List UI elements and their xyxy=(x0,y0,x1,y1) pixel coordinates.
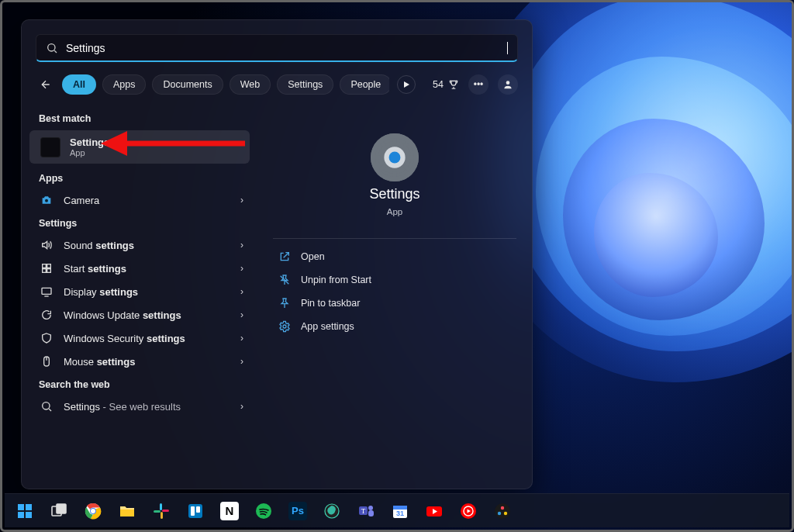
obs-icon xyxy=(323,502,341,520)
svg-point-5 xyxy=(45,199,48,202)
taskbar-teams[interactable]: T xyxy=(350,496,381,527)
youtube-icon xyxy=(425,502,444,520)
mouse-icon xyxy=(39,355,54,368)
ellipsis-icon: ••• xyxy=(474,79,484,90)
taskbar-calendar[interactable]: 31 xyxy=(385,496,416,527)
svg-rect-56 xyxy=(368,510,374,516)
open-icon xyxy=(278,250,292,263)
result-mouse-settings[interactable]: Mouse settings › xyxy=(22,350,257,373)
taskbar-trello[interactable] xyxy=(180,496,211,527)
svg-text:T: T xyxy=(361,507,366,515)
svg-point-68 xyxy=(504,511,507,514)
result-best-match[interactable]: Settings App xyxy=(29,130,250,164)
svg-rect-43 xyxy=(160,503,162,510)
svg-rect-21 xyxy=(409,156,416,160)
svg-rect-24 xyxy=(403,140,411,148)
gear-icon xyxy=(278,320,292,333)
result-label: Sound settings xyxy=(64,240,231,251)
svg-rect-47 xyxy=(188,504,202,518)
back-button[interactable] xyxy=(36,74,56,95)
calendar-icon: 31 xyxy=(391,502,409,520)
result-title: Settings xyxy=(70,136,240,148)
filter-chip-apps[interactable]: Apps xyxy=(102,74,147,95)
trello-icon xyxy=(186,502,205,520)
taskbar-youtube-music[interactable] xyxy=(453,496,484,527)
section-search-web: Search the web xyxy=(22,373,257,395)
filter-chip-all[interactable]: All xyxy=(62,74,96,95)
result-label: Windows Update settings xyxy=(64,309,231,321)
camera-icon xyxy=(39,194,54,206)
svg-point-65 xyxy=(495,503,510,519)
svg-line-1 xyxy=(54,50,57,53)
svg-rect-46 xyxy=(162,510,169,512)
svg-text:31: 31 xyxy=(396,510,404,517)
section-best-match: Best match xyxy=(22,107,257,129)
taskbar-taskview-button[interactable] xyxy=(43,496,74,527)
result-sound-settings[interactable]: Sound settings › xyxy=(22,233,257,257)
pin-icon xyxy=(278,297,292,309)
start-icon xyxy=(39,262,54,275)
more-options-button[interactable]: ••• xyxy=(468,74,488,95)
taskbar-chrome[interactable] xyxy=(78,496,109,527)
result-display-settings[interactable]: Display settings › xyxy=(22,280,257,303)
chevron-right-icon: › xyxy=(240,195,248,206)
section-settings: Settings xyxy=(22,212,257,233)
taskbar-youtube[interactable] xyxy=(419,496,450,527)
notion-icon: N xyxy=(220,502,239,520)
action-open[interactable]: Open xyxy=(273,245,516,268)
filter-chip-people[interactable]: People xyxy=(340,74,389,95)
svg-point-42 xyxy=(91,509,95,513)
svg-rect-48 xyxy=(191,506,195,516)
filter-chip-documents[interactable]: Documents xyxy=(152,74,223,95)
action-pin-taskbar[interactable]: Pin to taskbar xyxy=(273,292,516,315)
teams-icon: T xyxy=(357,502,375,520)
search-input[interactable] xyxy=(66,42,499,54)
account-button[interactable] xyxy=(498,74,518,95)
start-search-panel: All Apps Documents Web Settings People F… xyxy=(21,19,533,489)
taskbar-photoshop[interactable]: Ps xyxy=(282,496,313,527)
taskbar-file-explorer[interactable] xyxy=(112,496,143,527)
taskbar-start-button[interactable] xyxy=(9,496,40,527)
taskbar-notion[interactable]: N xyxy=(214,496,245,527)
detail-title: Settings xyxy=(369,186,419,202)
arrow-left-icon xyxy=(40,78,52,91)
search-box[interactable] xyxy=(36,34,518,62)
svg-rect-25 xyxy=(379,164,387,172)
chevron-right-icon: › xyxy=(240,286,248,297)
results-column: Best match Settings App Apps Camera › Se… xyxy=(22,104,257,485)
svg-rect-49 xyxy=(196,506,200,513)
svg-rect-10 xyxy=(47,269,51,273)
result-subtitle: App xyxy=(70,148,240,157)
chrome-icon xyxy=(84,502,102,520)
chevron-right-icon: › xyxy=(240,401,248,412)
filter-chip-settings[interactable]: Settings xyxy=(277,74,333,95)
unpin-icon xyxy=(278,274,292,286)
action-app-settings[interactable]: App settings xyxy=(273,315,516,338)
taskbar-slack[interactable] xyxy=(146,496,177,527)
filter-chip-web[interactable]: Web xyxy=(230,74,271,95)
chevron-right-icon: › xyxy=(240,263,248,274)
taskbar: N Ps T 31 xyxy=(5,493,789,527)
result-start-settings[interactable]: Start settings › xyxy=(22,257,257,280)
settings-app-thumb xyxy=(40,137,60,157)
settings-gear-icon xyxy=(371,133,419,181)
taskbar-resolve[interactable] xyxy=(487,496,518,527)
taskbar-spotify[interactable] xyxy=(248,496,279,527)
action-unpin-start[interactable]: Unpin from Start xyxy=(273,268,516,292)
taskview-icon xyxy=(50,502,68,520)
svg-point-4 xyxy=(506,81,510,85)
taskbar-obs[interactable] xyxy=(316,496,347,527)
rewards-counter[interactable]: 54 xyxy=(433,79,459,90)
svg-rect-35 xyxy=(26,504,32,510)
folder-icon xyxy=(118,502,136,520)
result-windows-security-settings[interactable]: Windows Security settings › xyxy=(22,326,257,350)
result-app-camera[interactable]: Camera › xyxy=(22,188,257,212)
result-windows-update-settings[interactable]: Windows Update settings › xyxy=(22,303,257,326)
svg-point-67 xyxy=(498,511,501,514)
rewards-points: 54 xyxy=(433,79,444,90)
result-label: Windows Security settings xyxy=(64,333,231,344)
svg-point-17 xyxy=(378,141,411,174)
filter-scroll-right[interactable] xyxy=(397,75,416,94)
action-label: App settings xyxy=(301,321,354,332)
result-web-search[interactable]: Settings - See web results › xyxy=(22,395,257,418)
